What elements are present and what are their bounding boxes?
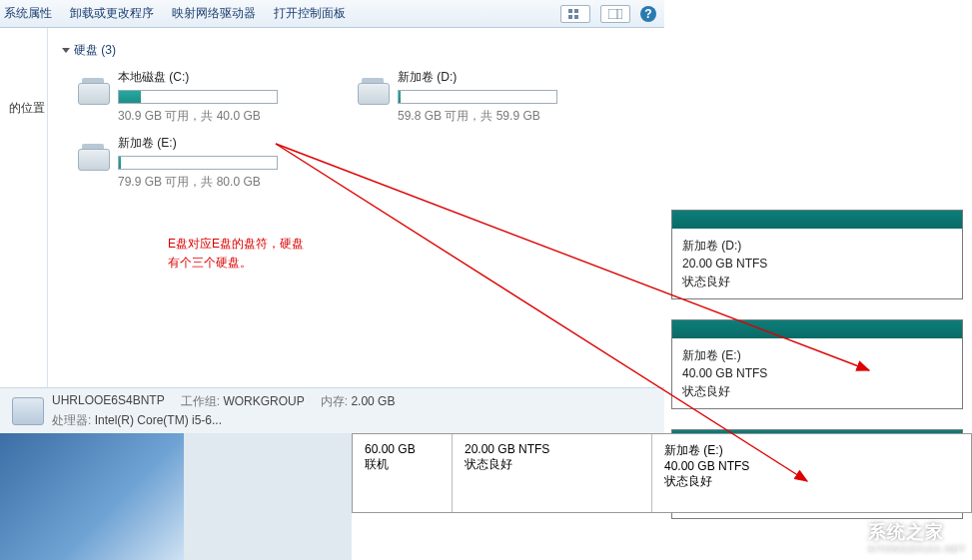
partition-size: 20.00 GB NTFS bbox=[682, 255, 952, 273]
disk-status: 联机 bbox=[365, 456, 440, 473]
svg-rect-0 bbox=[568, 9, 572, 13]
drive-info: 本地磁盘 (C:) 30.9 GB 可用，共 40.0 GB bbox=[118, 69, 328, 125]
drive-free-text: 79.9 GB 可用，共 80.0 GB bbox=[118, 174, 328, 191]
view-options-button[interactable] bbox=[560, 5, 590, 23]
partition-size: 20.00 GB NTFS bbox=[465, 442, 639, 456]
sidebar-location-label: 的位置 bbox=[0, 100, 45, 117]
partition-status: 状态良好 bbox=[465, 456, 639, 473]
drive-capacity-bar bbox=[118, 90, 278, 104]
drive-info: 新加卷 (E:) 79.9 GB 可用，共 80.0 GB bbox=[118, 135, 328, 191]
svg-rect-2 bbox=[568, 15, 572, 19]
cpu-label: 处理器: bbox=[52, 413, 91, 427]
partition-cell[interactable]: 20.00 GB NTFS 状态良好 bbox=[453, 434, 652, 512]
partition-d[interactable]: 新加卷 (D:) 20.00 GB NTFS 状态良好 bbox=[671, 210, 963, 299]
watermark: 系统之家 XITONGZHIJIA.NET bbox=[828, 520, 966, 554]
toolbar-map-drive[interactable]: 映射网络驱动器 bbox=[172, 5, 256, 22]
cpu-value: Intel(R) Core(TM) i5-6... bbox=[95, 413, 222, 427]
drive-d[interactable]: 新加卷 (D:) 59.8 GB 可用，共 59.9 GB bbox=[358, 69, 607, 125]
workgroup-value: WORKGROUP bbox=[223, 394, 304, 408]
help-icon[interactable]: ? bbox=[640, 6, 656, 22]
partition-name: 新加卷 (E:) bbox=[682, 346, 952, 364]
toolbar-right: ? bbox=[560, 5, 664, 23]
watermark-title: 系统之家 bbox=[868, 522, 944, 542]
partition-header bbox=[672, 320, 962, 338]
computer-name: UHRLOOE6S4BNTP bbox=[52, 393, 165, 410]
partition-status: 状态良好 bbox=[664, 473, 959, 490]
drive-icon bbox=[358, 83, 390, 105]
partition-name: 新加卷 (D:) bbox=[682, 237, 952, 255]
drive-free-text: 59.8 GB 可用，共 59.9 GB bbox=[398, 108, 607, 125]
memory-label: 内存: bbox=[321, 394, 348, 408]
drive-icon bbox=[78, 149, 110, 171]
status-bar: UHRLOOE6S4BNTP 工作组: WORKGROUP 内存: 2.00 G… bbox=[0, 387, 664, 433]
partition-name: 新加卷 (E:) bbox=[664, 442, 959, 459]
partition-status: 状态良好 bbox=[682, 382, 952, 400]
watermark-sub: XITONGZHIJIA.NET bbox=[868, 544, 966, 554]
preview-pane-button[interactable] bbox=[600, 5, 630, 23]
partition-header bbox=[672, 211, 962, 229]
annotation-line1: E盘对应E盘的盘符，硬盘 bbox=[168, 235, 304, 254]
disk-header-cell: 60.00 GB 联机 bbox=[353, 434, 453, 512]
drive-e[interactable]: 新加卷 (E:) 79.9 GB 可用，共 80.0 GB bbox=[78, 135, 328, 191]
toolbar-uninstall[interactable]: 卸载或更改程序 bbox=[70, 5, 154, 22]
drives-section-title: 硬盘 (3) bbox=[74, 42, 116, 59]
drive-free-text: 30.9 GB 可用，共 40.0 GB bbox=[118, 108, 328, 125]
disk-row-fragment: 60.00 GB 联机 20.00 GB NTFS 状态良好 新加卷 (E:) … bbox=[352, 433, 972, 513]
pane-icon bbox=[608, 9, 622, 19]
drive-capacity-bar bbox=[398, 90, 557, 104]
drives-section-header[interactable]: 硬盘 (3) bbox=[62, 42, 650, 59]
annotation-text: E盘对应E盘的盘符，硬盘 有个三个硬盘。 bbox=[168, 235, 304, 273]
partition-e1[interactable]: 新加卷 (E:) 40.00 GB NTFS 状态良好 bbox=[671, 319, 963, 409]
house-icon bbox=[828, 522, 862, 552]
workgroup-label: 工作组: bbox=[181, 394, 220, 408]
svg-rect-3 bbox=[574, 15, 578, 19]
svg-rect-4 bbox=[608, 9, 622, 19]
partition-size: 40.00 GB NTFS bbox=[664, 459, 959, 473]
collapse-icon bbox=[62, 48, 70, 53]
partition-status: 状态良好 bbox=[682, 273, 952, 290]
toolbar-sys-props[interactable]: 系统属性 bbox=[4, 5, 52, 22]
drive-info: 新加卷 (D:) 59.8 GB 可用，共 59.9 GB bbox=[398, 69, 607, 125]
drives-panel: 硬盘 (3) 本地磁盘 (C:) 30.9 GB 可用，共 40.0 GB 新加… bbox=[48, 28, 664, 387]
partition-size: 40.00 GB NTFS bbox=[682, 364, 952, 382]
desktop-fragment bbox=[0, 433, 184, 560]
drive-name: 本地磁盘 (C:) bbox=[118, 69, 328, 86]
disk-size: 60.00 GB bbox=[365, 442, 440, 456]
drive-name: 新加卷 (E:) bbox=[118, 135, 328, 152]
drive-c[interactable]: 本地磁盘 (C:) 30.9 GB 可用，共 40.0 GB bbox=[78, 69, 328, 125]
toolbar-open-cp[interactable]: 打开控制面板 bbox=[274, 5, 346, 22]
drive-capacity-bar bbox=[118, 156, 278, 170]
annotation-line2: 有个三个硬盘。 bbox=[168, 254, 304, 273]
computer-icon bbox=[12, 397, 44, 425]
svg-rect-1 bbox=[574, 9, 578, 13]
explorer-toolbar: 系统属性 卸载或更改程序 映射网络驱动器 打开控制面板 ? bbox=[0, 0, 664, 28]
memory-value: 2.00 GB bbox=[351, 394, 395, 408]
grid-icon bbox=[568, 9, 582, 19]
drive-icon bbox=[78, 83, 110, 105]
sidebar-fragment: 的位置 bbox=[0, 28, 48, 429]
drive-name: 新加卷 (D:) bbox=[398, 69, 607, 86]
partition-cell[interactable]: 新加卷 (E:) 40.00 GB NTFS 状态良好 bbox=[652, 434, 971, 512]
